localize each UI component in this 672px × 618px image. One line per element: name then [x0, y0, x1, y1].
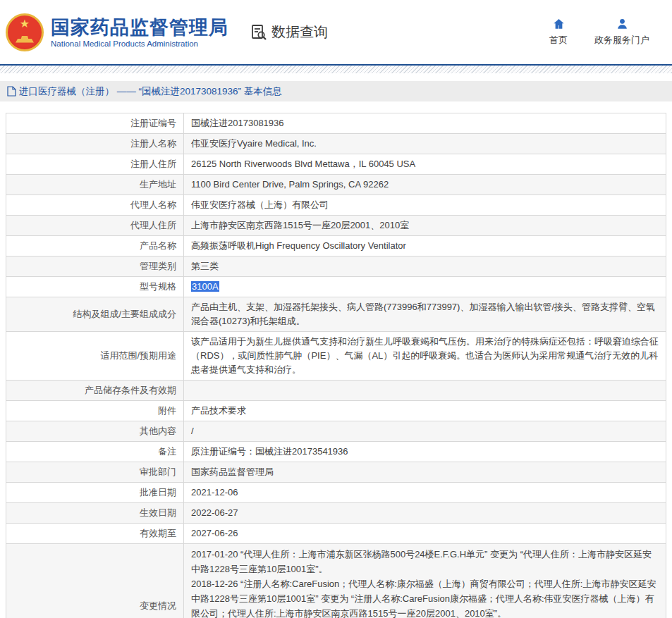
top-nav: 首页 政务服务门户 — [549, 18, 649, 47]
row-value-text: 第三类 — [191, 261, 219, 271]
row-value: 国械注进20173081936 — [184, 113, 666, 134]
row-value: 高频振荡呼吸机High Frequency Oscillatory Ventil… — [184, 236, 666, 257]
row-label-text: 生产地址 — [140, 179, 176, 190]
row-label-text: 产品名称 — [140, 240, 176, 251]
table-row: 产品名称高频振荡呼吸机High Frequency Oscillatory Ve… — [6, 236, 666, 257]
row-label-text: 批准日期 — [140, 487, 176, 498]
nmpa-logo-block[interactable]: ★ 国家药品监督管理局 National Medical Products Ad… — [6, 13, 228, 51]
nav-portal[interactable]: 政务服务门户 — [594, 18, 649, 47]
nav-portal-label: 政务服务门户 — [594, 34, 649, 47]
table-row: 有效期至2027-06-26 — [6, 524, 666, 544]
row-value: 产品由主机、支架、加湿器托架接头、病人管路(773996和773997)、加湿器… — [184, 297, 666, 332]
row-label-text: 变更情况 — [140, 600, 176, 611]
table-row: 代理人名称伟亚安医疗器械（上海）有限公司 — [6, 195, 666, 216]
emblem-star-icon: ★ — [20, 18, 30, 30]
nmpa-emblem-icon: ★ — [6, 13, 44, 51]
breadcrumb-text: 进口医疗器械（注册） —— “国械注进20173081936” 基本信息 — [19, 85, 282, 98]
row-value-text: 国械注进20173081936 — [191, 118, 284, 128]
row-label-text: 注册人住所 — [130, 159, 176, 169]
row-label: 有效期至 — [6, 524, 184, 544]
row-label-text: 产品储存条件及有效期 — [85, 385, 176, 395]
selected-text[interactable]: 3100A — [191, 281, 219, 292]
change-record: 2017-01-20 “代理人住所：上海市浦东新区张杨路500号24楼E.F.G… — [191, 547, 659, 576]
row-label: 附件 — [6, 401, 184, 421]
row-value — [184, 381, 666, 401]
row-value: 2017-01-20 “代理人住所：上海市浦东新区张杨路500号24楼E.F.G… — [184, 544, 666, 618]
row-value: 2022-06-27 — [184, 503, 666, 524]
row-label: 生效日期 — [6, 503, 184, 524]
row-value-text: 高频振荡呼吸机High Frequency Oscillatory Ventil… — [191, 240, 406, 251]
table-row: 注册人住所26125 North Riverwoods Blvd Mettawa… — [6, 154, 666, 175]
row-value-text: 原注册证编号：国械注进20173541936 — [191, 446, 348, 457]
table-row: 备注原注册证编号：国械注进20173541936 — [6, 442, 666, 462]
row-label-text: 审批部门 — [140, 466, 176, 477]
table-row: 代理人住所上海市静安区南京西路1515号一座20层2001、2010室 — [6, 216, 666, 236]
registration-info-table: 注册证编号国械注进20173081936注册人名称伟亚安医疗Vyaire Med… — [6, 113, 666, 618]
row-label-text: 型号规格 — [140, 281, 176, 292]
row-value-text: 产品技术要求 — [191, 405, 246, 416]
table-row: 结构及组成/主要组成成分产品由主机、支架、加湿器托架接头、病人管路(773996… — [6, 297, 666, 332]
row-label: 型号规格 — [6, 277, 184, 297]
row-label: 代理人住所 — [6, 216, 184, 236]
row-value: / — [184, 421, 666, 442]
row-value-text: 国家药品监督管理局 — [191, 466, 274, 477]
row-label-text: 注册人名称 — [130, 138, 176, 149]
row-label: 产品储存条件及有效期 — [6, 381, 184, 401]
change-record: 2018-12-26 “注册人名称:CareFusion；代理人名称:康尔福盛（… — [191, 576, 659, 618]
data-query-title: 数据查询 — [250, 23, 328, 42]
row-label-text: 结构及组成/主要组成成分 — [73, 309, 176, 319]
document-search-icon — [250, 23, 268, 42]
row-value-text: 26125 North Riverwoods Blvd Mettawa，IL 6… — [191, 159, 415, 169]
hatch-strip — [0, 66, 672, 73]
row-value: 伟亚安医疗Vyaire Medical, Inc. — [184, 134, 666, 154]
row-label-text: 附件 — [158, 405, 176, 416]
table-row: 注册证编号国械注进20173081936 — [6, 113, 666, 134]
table-row: 生产地址1100 Bird Center Drive, Palm Springs… — [6, 175, 666, 195]
row-label: 批准日期 — [6, 483, 184, 503]
row-label-text: 有效期至 — [140, 528, 176, 538]
row-value: 原注册证编号：国械注进20173541936 — [184, 442, 666, 462]
row-label-text: 注册证编号 — [130, 118, 176, 128]
row-label: 代理人名称 — [6, 195, 184, 216]
row-label-text: 其他内容 — [140, 426, 176, 436]
row-label: 审批部门 — [6, 462, 184, 483]
row-value: 伟亚安医疗器械（上海）有限公司 — [184, 195, 666, 216]
site-header: ★ 国家药品监督管理局 National Medical Products Ad… — [0, 0, 672, 64]
table-row: 型号规格3100A — [6, 277, 666, 297]
row-value: 产品技术要求 — [184, 401, 666, 421]
row-value-text: 上海市静安区南京西路1515号一座20层2001、2010室 — [191, 220, 409, 230]
row-label: 备注 — [6, 442, 184, 462]
table-row: 变更情况2017-01-20 “代理人住所：上海市浦东新区张杨路500号24楼E… — [6, 544, 666, 618]
row-value: 第三类 — [184, 257, 666, 277]
row-label-text: 管理类别 — [140, 261, 176, 271]
row-value-text: 伟亚安医疗Vyaire Medical, Inc. — [191, 138, 317, 149]
row-label: 适用范围/预期用途 — [6, 332, 184, 381]
nav-home-label: 首页 — [549, 34, 568, 47]
nav-home[interactable]: 首页 — [549, 18, 568, 47]
home-icon — [552, 18, 566, 30]
row-value-text: 该产品适用于为新生儿提供通气支持和治疗新生儿呼吸衰竭和气压伤。用来治疗的特殊病症… — [191, 336, 659, 375]
row-value-text: 1100 Bird Center Drive, Palm Springs, CA… — [191, 179, 389, 190]
data-query-label: 数据查询 — [271, 23, 328, 42]
row-label: 注册证编号 — [6, 113, 184, 134]
row-value: 该产品适用于为新生儿提供通气支持和治疗新生儿呼吸衰竭和气压伤。用来治疗的特殊病症… — [184, 332, 666, 381]
table-row: 审批部门国家药品监督管理局 — [6, 462, 666, 483]
row-label: 生产地址 — [6, 175, 184, 195]
row-label-text: 备注 — [158, 446, 176, 457]
row-value-text: 2027-06-26 — [191, 528, 238, 538]
org-name-zh: 国家药品监督管理局 — [51, 17, 228, 38]
table-row: 其他内容/ — [6, 421, 666, 442]
table-row: 产品储存条件及有效期 — [6, 381, 666, 401]
table-row: 管理类别第三类 — [6, 257, 666, 277]
table-row: 适用范围/预期用途该产品适用于为新生儿提供通气支持和治疗新生儿呼吸衰竭和气压伤。… — [6, 332, 666, 381]
table-row: 生效日期2022-06-27 — [6, 503, 666, 524]
row-label-text: 适用范围/预期用途 — [100, 350, 176, 361]
row-label-text: 代理人住所 — [130, 220, 176, 230]
registration-info-table-wrap: 注册证编号国械注进20173081936注册人名称伟亚安医疗Vyaire Med… — [0, 107, 672, 618]
row-value-text: / — [191, 426, 194, 436]
breadcrumb: 进口医疗器械（注册） —— “国械注进20173081936” 基本信息 — [0, 81, 672, 101]
row-value-text: 2022-06-27 — [191, 507, 238, 518]
row-label: 注册人名称 — [6, 134, 184, 154]
table-row: 批准日期2021-12-06 — [6, 483, 666, 503]
row-value: 国家药品监督管理局 — [184, 462, 666, 483]
